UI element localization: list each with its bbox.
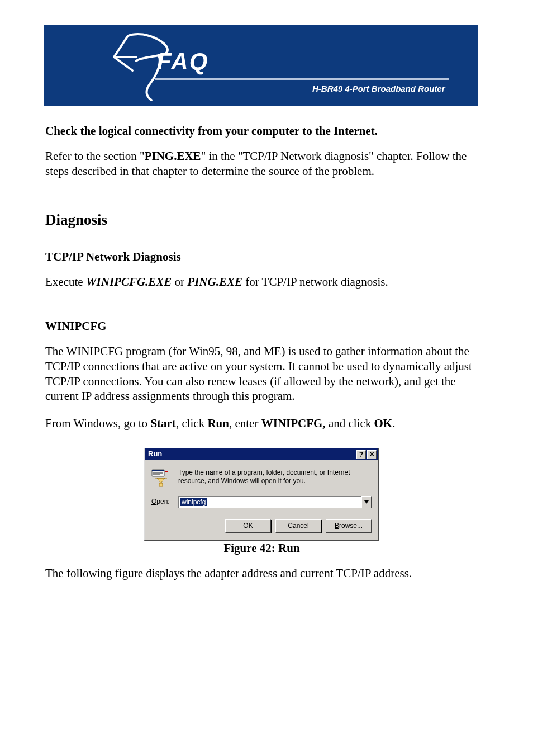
faq-title: FAQ bbox=[157, 48, 208, 75]
text-italic: PING.EXE bbox=[187, 275, 242, 289]
text: From Windows, go to bbox=[45, 417, 150, 430]
text-bold: PING.EXE bbox=[145, 149, 201, 163]
browse-button[interactable]: Browse... bbox=[326, 519, 372, 533]
text: and click bbox=[326, 417, 374, 430]
titlebar: Run ? × bbox=[145, 448, 378, 460]
run-icon bbox=[151, 468, 170, 487]
content: Check the logical connectivity from your… bbox=[0, 106, 533, 581]
browse-underline: B bbox=[335, 522, 339, 530]
text-bold: OK bbox=[374, 417, 393, 430]
paragraph-execute: Execute WINIPCFG.EXE or PING.EXE for TCP… bbox=[45, 275, 478, 290]
dropdown-button[interactable] bbox=[361, 496, 372, 508]
open-label-underline: O bbox=[151, 498, 156, 505]
paragraph-instructions: From Windows, go to Start, click Run, en… bbox=[45, 416, 478, 431]
svg-rect-1 bbox=[152, 470, 164, 471]
text-bold: Start bbox=[150, 417, 176, 430]
subhead-connectivity: Check the logical connectivity from your… bbox=[45, 124, 478, 139]
chevron-down-icon bbox=[364, 500, 369, 504]
text: . bbox=[392, 417, 395, 430]
figure-caption: Figure 42: Run bbox=[45, 541, 478, 556]
open-input-value: winipcfg bbox=[180, 498, 207, 506]
figure-run-dialog: Run ? × bbox=[45, 448, 478, 541]
ok-button[interactable]: OK bbox=[225, 519, 271, 533]
faq-banner: FAQ H-BR49 4-Port Broadband Router bbox=[44, 25, 478, 106]
text: for TCP/IP network diagnosis. bbox=[242, 275, 388, 289]
svg-rect-4 bbox=[165, 471, 168, 472]
text-italic: WINIPCFG.EXE bbox=[86, 275, 172, 289]
product-name: H-BR49 4-Port Broadband Router bbox=[312, 84, 445, 93]
page: FAQ H-BR49 4-Port Broadband Router Check… bbox=[0, 25, 533, 615]
open-input[interactable]: winipcfg bbox=[178, 496, 361, 508]
close-button[interactable]: × bbox=[367, 450, 377, 459]
text-bold: Run bbox=[207, 417, 229, 430]
open-row: Open: winipcfg bbox=[151, 496, 372, 508]
heading-winipcfg: WINIPCFG bbox=[45, 319, 478, 334]
open-label: Open: bbox=[151, 498, 172, 506]
run-dialog: Run ? × bbox=[144, 448, 379, 541]
banner-underline bbox=[155, 78, 449, 80]
help-button[interactable]: ? bbox=[356, 450, 366, 459]
open-combobox[interactable]: winipcfg bbox=[178, 496, 372, 508]
text: , click bbox=[176, 417, 208, 430]
text: Execute bbox=[45, 275, 86, 289]
paragraph-winipcfg-desc: The WINIPCFG program (for Win95, 98, and… bbox=[45, 344, 478, 404]
browse-rest: rowse... bbox=[339, 522, 363, 530]
dialog-description: Type the name of a program, folder, docu… bbox=[178, 468, 372, 485]
heading-diagnosis: Diagnosis bbox=[45, 210, 478, 230]
dialog-title: Run bbox=[148, 450, 355, 459]
dialog-top: Type the name of a program, folder, docu… bbox=[151, 468, 372, 487]
svg-rect-2 bbox=[153, 472, 163, 474]
text: or bbox=[172, 275, 187, 289]
dialog-body: Type the name of a program, folder, docu… bbox=[145, 460, 378, 540]
open-label-rest: pen: bbox=[156, 498, 169, 505]
text: Refer to the section " bbox=[45, 149, 145, 163]
text: , enter bbox=[229, 417, 261, 430]
svg-rect-3 bbox=[153, 474, 160, 475]
paragraph-ping-ref: Refer to the section "PING.EXE" in the "… bbox=[45, 149, 478, 179]
dialog-buttons: OK Cancel Browse... bbox=[151, 519, 372, 533]
cancel-button[interactable]: Cancel bbox=[275, 519, 321, 533]
paragraph-closing: The following figure displays the adapte… bbox=[45, 566, 478, 581]
heading-tcpip: TCP/IP Network Diagnosis bbox=[45, 249, 478, 264]
text-bold: WINIPCFG, bbox=[261, 417, 326, 430]
